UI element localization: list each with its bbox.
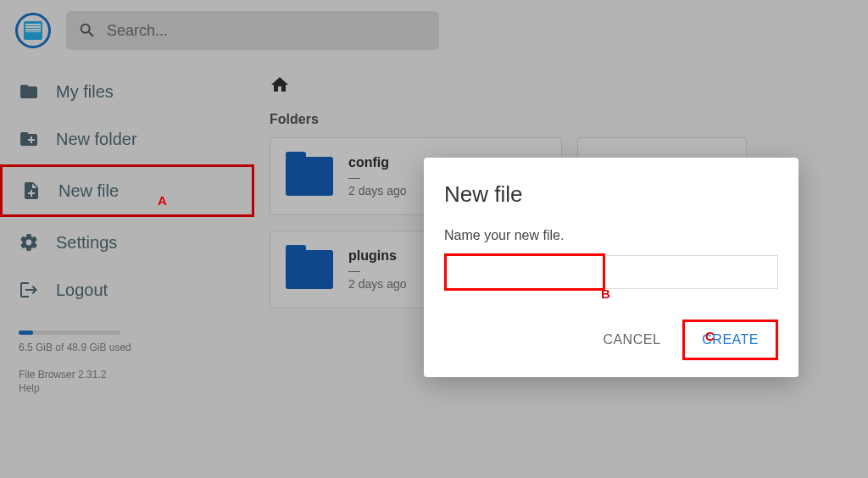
new-file-dialog: New file Name your new file. CANCEL CREA… (424, 158, 798, 377)
dialog-prompt: Name your new file. (444, 228, 778, 243)
dialog-actions: CANCEL CREATE (444, 320, 778, 360)
annotation-b: B (601, 286, 610, 301)
create-button[interactable]: CREATE (687, 324, 774, 356)
annotation-a: A (158, 193, 167, 208)
annotation-highlight-c: CREATE (682, 320, 778, 360)
dialog-title: New file (444, 181, 778, 208)
cancel-button[interactable]: CANCEL (587, 324, 676, 356)
filename-input[interactable] (444, 255, 778, 289)
annotation-c: C (705, 329, 715, 343)
